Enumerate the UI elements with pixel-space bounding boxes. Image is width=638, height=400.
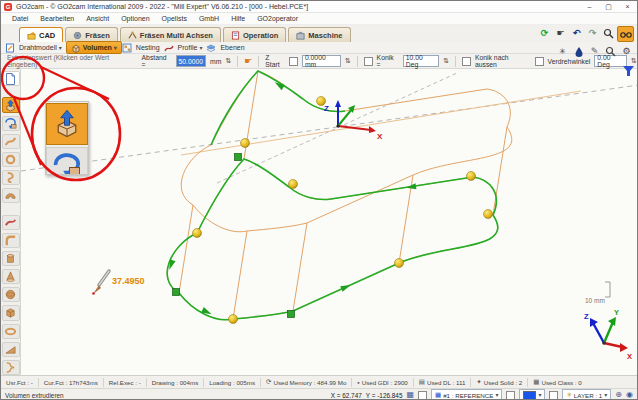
operation-tab-icon <box>231 31 240 40</box>
color-selector[interactable]: ▾ <box>519 389 545 400</box>
tool-swoosh-solid[interactable] <box>2 215 20 230</box>
redo-icon[interactable]: ↷ <box>585 26 600 40</box>
new-document-button[interactable] <box>2 71 20 86</box>
flyout-revolve-button[interactable] <box>46 147 88 175</box>
target-icon[interactable]: ⊕ <box>615 391 622 399</box>
verdreh-label: Verdrehwinkel <box>548 58 591 65</box>
tool-shell-solid[interactable] <box>2 188 20 203</box>
ribbon-nesting[interactable]: Nesting <box>132 42 164 53</box>
magnifier-icon[interactable] <box>603 44 618 58</box>
menu-hilfe[interactable]: Hilfe <box>225 15 251 22</box>
tool-cylinder[interactable] <box>2 251 20 266</box>
menu-bearbeiten[interactable]: Bearbeiten <box>34 15 80 22</box>
extrude-tool-flyout <box>45 101 89 175</box>
direction-arrow <box>166 80 416 317</box>
maximize-button[interactable]: ▢ <box>599 1 618 12</box>
filter-funnel-icon[interactable] <box>622 64 636 78</box>
tab-fraesen-multi-achsen[interactable]: Fräsen Multi Achsen <box>120 27 221 42</box>
color-checkbox[interactable] <box>506 391 515 400</box>
tool-revolve-volume[interactable] <box>2 116 20 131</box>
layer-checkbox[interactable] <box>549 391 558 400</box>
spinner-icon[interactable]: ⇅ <box>345 57 351 65</box>
brush-icon[interactable]: ✎ <box>587 44 602 58</box>
menu-go2operator[interactable]: GO2operator <box>251 15 304 22</box>
tab-cad[interactable]: CAD <box>19 27 63 42</box>
reference-checkbox[interactable] <box>418 391 427 400</box>
menu-gmbh[interactable]: GmbH <box>193 15 225 22</box>
triad-y-label: Y <box>614 308 619 317</box>
ribbon-profile[interactable]: Profile ▾ <box>174 42 207 53</box>
reference-selector[interactable]: ▦ #1 : REFERENCE ▾ <box>431 389 502 400</box>
tool-cone[interactable] <box>2 269 20 284</box>
pipe-elbow-icon <box>4 234 17 247</box>
zstart-checkbox[interactable] <box>289 57 298 66</box>
layers-icon[interactable] <box>206 43 216 53</box>
spinner-icon[interactable]: ⇅ <box>225 57 231 65</box>
tool-wedge[interactable] <box>2 342 20 357</box>
tab-operation[interactable]: Operation <box>223 27 286 42</box>
menu-optionen[interactable]: Optionen <box>115 15 155 22</box>
triad-z-label: Z <box>584 312 589 321</box>
viewport-canvas[interactable]: Z X 37.4950 10 mm <box>21 69 638 375</box>
ribbon-ebenen[interactable]: Ebenen <box>216 42 248 53</box>
atom-icon[interactable]: ✳ <box>555 44 570 58</box>
wedge-icon <box>4 343 17 356</box>
tool-torus[interactable] <box>2 324 20 339</box>
tool-sphere[interactable] <box>2 287 20 302</box>
zstart-input[interactable]: 0.0000 mm <box>302 55 341 67</box>
refresh-icon[interactable]: ⟳ <box>537 26 552 40</box>
konik-input[interactable]: 10.00 Deg <box>403 55 439 67</box>
status-rel-exec: Rel.Exec : - <box>104 378 147 387</box>
status-used-gdi: ▪Used GDI : 2900 <box>352 378 413 387</box>
tool-hook-solid[interactable] <box>2 170 20 185</box>
close-button[interactable]: × <box>618 1 637 12</box>
glasses-view-icon[interactable] <box>617 26 634 42</box>
pencil-cursor <box>92 271 109 295</box>
selected-profile-path[interactable] <box>167 71 498 320</box>
scale-label: 10 mm <box>585 297 605 304</box>
menu-datei[interactable]: Datei <box>6 15 34 22</box>
extrude-icon <box>4 99 17 112</box>
grid-table-icon[interactable]: ▦ <box>406 391 414 399</box>
triad-x-label: X <box>627 352 632 361</box>
tab-fraesen[interactable]: Fräsen <box>65 27 118 42</box>
tool-elbow-pipe[interactable] <box>2 233 20 248</box>
menu-ansicht[interactable]: Ansicht <box>80 15 115 22</box>
tool-helix[interactable] <box>2 360 20 375</box>
solid-icon: ✦ <box>476 378 481 386</box>
ribbon-drahtmodell[interactable]: Drahtmodell ▾ <box>15 42 66 53</box>
tool-box[interactable] <box>2 305 20 320</box>
pick-value-icon[interactable]: ☛ <box>244 56 252 66</box>
spinner-icon[interactable]: ⇅ <box>443 57 449 65</box>
tool-ring-solid[interactable] <box>2 152 20 167</box>
abstand-input[interactable]: 50.0000 <box>176 55 207 67</box>
minimize-button[interactable]: – <box>580 1 599 12</box>
pick-hand-icon[interactable]: ☛ <box>553 26 568 40</box>
tool-sweep-solid[interactable] <box>2 134 20 149</box>
tool-extrude-volume[interactable] <box>2 97 20 112</box>
status-loading: Loading : 005ms <box>204 378 261 387</box>
zoom-search-icon[interactable] <box>601 26 616 40</box>
new-sketch-icon[interactable] <box>5 43 15 53</box>
undo-icon[interactable]: ↶ <box>569 26 584 40</box>
ink-drop-icon[interactable] <box>571 44 586 58</box>
solid-cube-icon <box>71 43 81 53</box>
circle-select-icon[interactable]: ◉ <box>626 391 633 399</box>
tab-maschine[interactable]: Maschine <box>288 27 350 42</box>
profile-icon[interactable] <box>164 43 174 53</box>
cursor-x-coordinate: X = 62.747 <box>331 392 362 399</box>
konik-aussen-checkbox[interactable] <box>462 57 471 66</box>
konik-checkbox[interactable] <box>364 57 373 66</box>
nesting-icon[interactable] <box>122 43 132 53</box>
current-color-swatch <box>523 391 536 400</box>
gears-icon[interactable]: ⚙ <box>619 44 634 58</box>
tab-label: Fräsen Multi Achsen <box>140 31 213 40</box>
flyout-extrude-button[interactable] <box>46 103 88 145</box>
construction-line <box>217 73 457 183</box>
ribbon-volumen[interactable]: Volumen ▾ <box>66 41 122 54</box>
ribbon-label: Nesting <box>136 44 160 51</box>
3d-viewport[interactable]: Z X 37.4950 10 mm <box>21 69 638 375</box>
menu-opelists[interactable]: Opelists <box>156 15 193 22</box>
layer-selector[interactable]: ✳ LAYER : 1 ▾ <box>562 389 611 400</box>
status-usr-fct: Usr.Fct : - <box>1 378 39 387</box>
